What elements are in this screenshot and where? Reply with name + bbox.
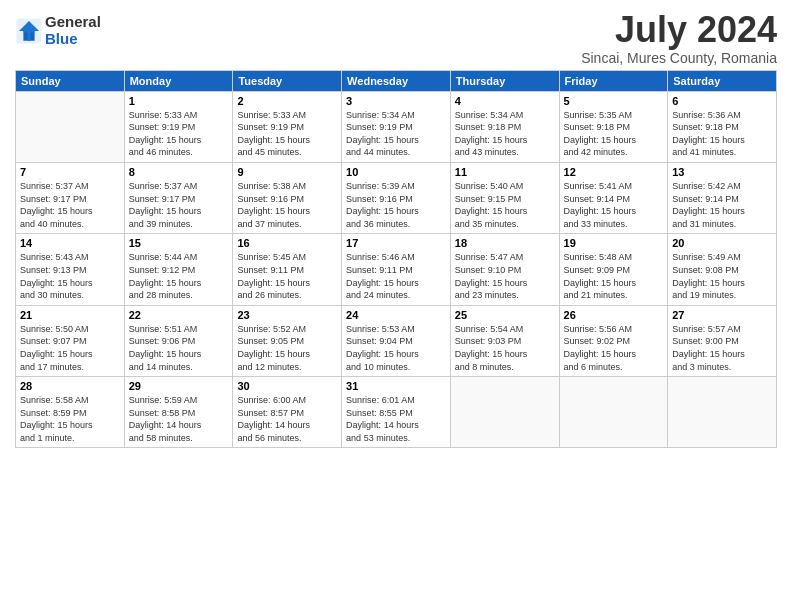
day-info: Sunrise: 5:35 AMSunset: 9:18 PMDaylight:…: [564, 109, 664, 159]
day-info: Sunrise: 5:41 AMSunset: 9:14 PMDaylight:…: [564, 180, 664, 230]
day-info: Sunrise: 5:36 AMSunset: 9:18 PMDaylight:…: [672, 109, 772, 159]
day-number: 18: [455, 237, 555, 249]
day-info: Sunrise: 5:49 AMSunset: 9:08 PMDaylight:…: [672, 251, 772, 301]
calendar-body: 1Sunrise: 5:33 AMSunset: 9:19 PMDaylight…: [16, 91, 777, 448]
calendar-cell: 13Sunrise: 5:42 AMSunset: 9:14 PMDayligh…: [668, 162, 777, 233]
day-number: 23: [237, 309, 337, 321]
logo-text: General Blue: [45, 14, 101, 47]
col-tuesday: Tuesday: [233, 70, 342, 91]
logo: General Blue: [15, 14, 101, 47]
day-number: 31: [346, 380, 446, 392]
day-info: Sunrise: 5:33 AMSunset: 9:19 PMDaylight:…: [129, 109, 229, 159]
col-saturday: Saturday: [668, 70, 777, 91]
day-number: 1: [129, 95, 229, 107]
calendar-cell: 11Sunrise: 5:40 AMSunset: 9:15 PMDayligh…: [450, 162, 559, 233]
col-monday: Monday: [124, 70, 233, 91]
day-number: 29: [129, 380, 229, 392]
day-info: Sunrise: 6:01 AMSunset: 8:55 PMDaylight:…: [346, 394, 446, 444]
day-info: Sunrise: 5:38 AMSunset: 9:16 PMDaylight:…: [237, 180, 337, 230]
day-number: 22: [129, 309, 229, 321]
day-info: Sunrise: 5:56 AMSunset: 9:02 PMDaylight:…: [564, 323, 664, 373]
calendar-week-5: 28Sunrise: 5:58 AMSunset: 8:59 PMDayligh…: [16, 377, 777, 448]
calendar-week-3: 14Sunrise: 5:43 AMSunset: 9:13 PMDayligh…: [16, 234, 777, 305]
day-info: Sunrise: 5:59 AMSunset: 8:58 PMDaylight:…: [129, 394, 229, 444]
calendar-cell: 9Sunrise: 5:38 AMSunset: 9:16 PMDaylight…: [233, 162, 342, 233]
day-info: Sunrise: 5:37 AMSunset: 9:17 PMDaylight:…: [20, 180, 120, 230]
calendar-cell: 19Sunrise: 5:48 AMSunset: 9:09 PMDayligh…: [559, 234, 668, 305]
day-info: Sunrise: 5:48 AMSunset: 9:09 PMDaylight:…: [564, 251, 664, 301]
day-number: 5: [564, 95, 664, 107]
day-number: 21: [20, 309, 120, 321]
calendar-cell: 8Sunrise: 5:37 AMSunset: 9:17 PMDaylight…: [124, 162, 233, 233]
day-info: Sunrise: 5:34 AMSunset: 9:18 PMDaylight:…: [455, 109, 555, 159]
calendar-cell: 3Sunrise: 5:34 AMSunset: 9:19 PMDaylight…: [342, 91, 451, 162]
header: General Blue July 2024 Sincai, Mures Cou…: [15, 10, 777, 66]
calendar-cell: 25Sunrise: 5:54 AMSunset: 9:03 PMDayligh…: [450, 305, 559, 376]
month-title: July 2024: [581, 10, 777, 50]
calendar-cell: 26Sunrise: 5:56 AMSunset: 9:02 PMDayligh…: [559, 305, 668, 376]
day-info: Sunrise: 5:50 AMSunset: 9:07 PMDaylight:…: [20, 323, 120, 373]
day-number: 7: [20, 166, 120, 178]
calendar-week-1: 1Sunrise: 5:33 AMSunset: 9:19 PMDaylight…: [16, 91, 777, 162]
calendar-cell: 7Sunrise: 5:37 AMSunset: 9:17 PMDaylight…: [16, 162, 125, 233]
calendar-cell: 6Sunrise: 5:36 AMSunset: 9:18 PMDaylight…: [668, 91, 777, 162]
day-number: 20: [672, 237, 772, 249]
calendar-cell: [16, 91, 125, 162]
calendar-cell: 2Sunrise: 5:33 AMSunset: 9:19 PMDaylight…: [233, 91, 342, 162]
location: Sincai, Mures County, Romania: [581, 50, 777, 66]
day-info: Sunrise: 5:40 AMSunset: 9:15 PMDaylight:…: [455, 180, 555, 230]
day-info: Sunrise: 5:47 AMSunset: 9:10 PMDaylight:…: [455, 251, 555, 301]
day-number: 24: [346, 309, 446, 321]
calendar-cell: 27Sunrise: 5:57 AMSunset: 9:00 PMDayligh…: [668, 305, 777, 376]
day-number: 19: [564, 237, 664, 249]
day-number: 4: [455, 95, 555, 107]
day-info: Sunrise: 5:44 AMSunset: 9:12 PMDaylight:…: [129, 251, 229, 301]
day-info: Sunrise: 5:43 AMSunset: 9:13 PMDaylight:…: [20, 251, 120, 301]
day-info: Sunrise: 5:51 AMSunset: 9:06 PMDaylight:…: [129, 323, 229, 373]
header-row: Sunday Monday Tuesday Wednesday Thursday…: [16, 70, 777, 91]
day-info: Sunrise: 5:33 AMSunset: 9:19 PMDaylight:…: [237, 109, 337, 159]
calendar-cell: 14Sunrise: 5:43 AMSunset: 9:13 PMDayligh…: [16, 234, 125, 305]
day-info: Sunrise: 5:34 AMSunset: 9:19 PMDaylight:…: [346, 109, 446, 159]
day-number: 28: [20, 380, 120, 392]
day-number: 17: [346, 237, 446, 249]
day-number: 30: [237, 380, 337, 392]
col-wednesday: Wednesday: [342, 70, 451, 91]
day-info: Sunrise: 5:45 AMSunset: 9:11 PMDaylight:…: [237, 251, 337, 301]
day-number: 15: [129, 237, 229, 249]
calendar-cell: [668, 377, 777, 448]
day-number: 26: [564, 309, 664, 321]
calendar-cell: 31Sunrise: 6:01 AMSunset: 8:55 PMDayligh…: [342, 377, 451, 448]
day-info: Sunrise: 5:54 AMSunset: 9:03 PMDaylight:…: [455, 323, 555, 373]
day-number: 9: [237, 166, 337, 178]
day-info: Sunrise: 5:52 AMSunset: 9:05 PMDaylight:…: [237, 323, 337, 373]
title-block: July 2024 Sincai, Mures County, Romania: [581, 10, 777, 66]
calendar-cell: 24Sunrise: 5:53 AMSunset: 9:04 PMDayligh…: [342, 305, 451, 376]
calendar-cell: 15Sunrise: 5:44 AMSunset: 9:12 PMDayligh…: [124, 234, 233, 305]
day-info: Sunrise: 5:37 AMSunset: 9:17 PMDaylight:…: [129, 180, 229, 230]
day-info: Sunrise: 6:00 AMSunset: 8:57 PMDaylight:…: [237, 394, 337, 444]
calendar-cell: 17Sunrise: 5:46 AMSunset: 9:11 PMDayligh…: [342, 234, 451, 305]
calendar-week-2: 7Sunrise: 5:37 AMSunset: 9:17 PMDaylight…: [16, 162, 777, 233]
day-number: 16: [237, 237, 337, 249]
day-info: Sunrise: 5:42 AMSunset: 9:14 PMDaylight:…: [672, 180, 772, 230]
day-info: Sunrise: 5:46 AMSunset: 9:11 PMDaylight:…: [346, 251, 446, 301]
calendar-cell: 29Sunrise: 5:59 AMSunset: 8:58 PMDayligh…: [124, 377, 233, 448]
logo-icon: [15, 17, 43, 45]
day-number: 11: [455, 166, 555, 178]
calendar-cell: 5Sunrise: 5:35 AMSunset: 9:18 PMDaylight…: [559, 91, 668, 162]
calendar-cell: 23Sunrise: 5:52 AMSunset: 9:05 PMDayligh…: [233, 305, 342, 376]
day-number: 2: [237, 95, 337, 107]
day-info: Sunrise: 5:39 AMSunset: 9:16 PMDaylight:…: [346, 180, 446, 230]
day-info: Sunrise: 5:58 AMSunset: 8:59 PMDaylight:…: [20, 394, 120, 444]
col-friday: Friday: [559, 70, 668, 91]
calendar-cell: [450, 377, 559, 448]
day-number: 6: [672, 95, 772, 107]
col-sunday: Sunday: [16, 70, 125, 91]
calendar-cell: 21Sunrise: 5:50 AMSunset: 9:07 PMDayligh…: [16, 305, 125, 376]
logo-blue-text: Blue: [45, 31, 101, 48]
day-number: 3: [346, 95, 446, 107]
day-number: 27: [672, 309, 772, 321]
day-number: 14: [20, 237, 120, 249]
calendar-cell: 28Sunrise: 5:58 AMSunset: 8:59 PMDayligh…: [16, 377, 125, 448]
